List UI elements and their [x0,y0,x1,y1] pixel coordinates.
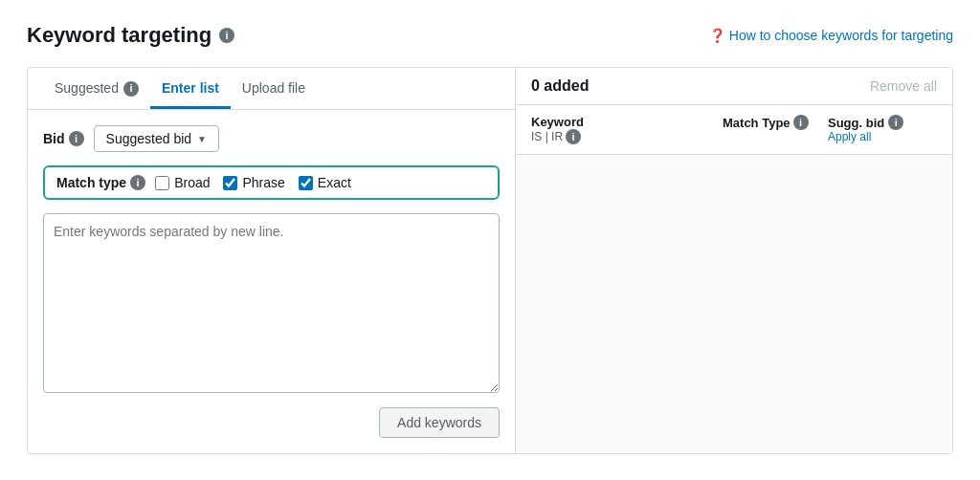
col-header-match-type: Match Type i [723,115,828,144]
title-info-icon[interactable]: i [219,28,234,43]
added-count: 0 added [531,77,589,95]
keywords-textarea[interactable] [43,213,500,393]
tab-suggested[interactable]: Suggested i [43,71,150,109]
left-content: Bid i Suggested bid ▼ Match type i [28,110,515,453]
tab-upload-file[interactable]: Upload file [231,71,317,109]
match-type-info-icon[interactable]: i [130,175,145,190]
bid-label: Bid i [43,131,84,146]
help-question-icon: ❓ [709,28,725,43]
bid-dropdown[interactable]: Suggested bid ▼ [94,125,219,152]
col-header-bid: Bid i [952,115,953,144]
exact-checkbox[interactable] [299,176,313,190]
checkbox-phrase[interactable]: Phrase [223,175,284,190]
bid-info-icon[interactable]: i [69,131,84,146]
left-panel: Suggested i Enter list Upload file Bid i [28,68,516,453]
empty-area [516,155,952,442]
right-panel: 0 added Remove all Keyword IS | IR i Mat… [516,68,952,453]
remove-all-button[interactable]: Remove all [870,78,937,94]
help-link[interactable]: ❓ How to choose keywords for targeting [709,28,953,43]
broad-label: Broad [174,175,210,190]
suggested-tab-info-icon[interactable]: i [123,81,139,97]
apply-all-link[interactable]: Apply all [828,130,952,143]
keyword-sub-text: IS | IR i [531,129,723,144]
page-header: Keyword targeting i ❓ How to choose keyw… [27,23,953,48]
match-type-col-info-icon[interactable]: i [793,115,809,130]
page-title: Keyword targeting [27,23,212,48]
right-header: 0 added Remove all [516,68,952,105]
match-type-row: Match type i Broad Phrase [43,165,500,200]
exact-label: Exact [318,175,351,190]
bid-dropdown-value: Suggested bid [106,131,192,146]
col-header-sugg-bid: Sugg. bid i Apply all [828,115,952,144]
tabs-bar: Suggested i Enter list Upload file [28,68,515,110]
keyword-col-info-icon[interactable]: i [566,129,581,144]
bid-row: Bid i Suggested bid ▼ [43,125,500,152]
main-panel: Suggested i Enter list Upload file Bid i [27,67,953,454]
tab-enter-list[interactable]: Enter list [150,71,231,109]
checkbox-broad[interactable]: Broad [155,175,210,190]
col-header-keyword: Keyword IS | IR i [531,115,723,144]
chevron-down-icon: ▼ [197,134,207,144]
right-columns: Keyword IS | IR i Match Type i Sugg. bid [516,105,952,155]
broad-checkbox[interactable] [155,176,169,190]
checkbox-exact[interactable]: Exact [299,175,351,190]
phrase-checkbox[interactable] [223,176,237,190]
page-container: Keyword targeting i ❓ How to choose keyw… [0,0,980,469]
checkbox-group: Broad Phrase Exact [155,175,351,190]
phrase-label: Phrase [242,175,284,190]
sugg-bid-col-info-icon[interactable]: i [888,115,903,130]
add-keywords-btn-row: Add keywords [43,407,500,438]
page-title-area: Keyword targeting i [27,23,234,48]
match-type-label: Match type i [56,175,145,190]
add-keywords-button[interactable]: Add keywords [379,407,500,438]
help-link-text: How to choose keywords for targeting [729,28,953,43]
